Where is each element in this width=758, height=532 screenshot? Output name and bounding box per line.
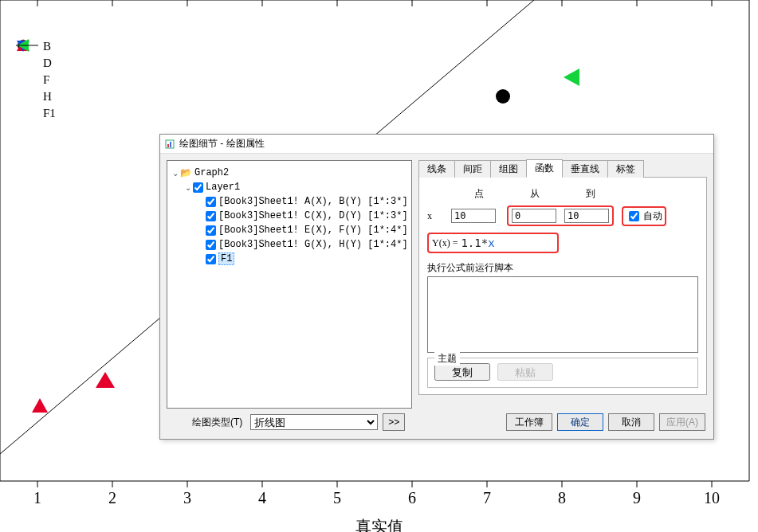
legend-label: D bbox=[43, 57, 52, 70]
tab-spacing[interactable]: 间距 bbox=[454, 160, 491, 178]
legend-label: F bbox=[43, 73, 49, 87]
legend-item: H bbox=[16, 88, 56, 105]
tree-checkbox[interactable] bbox=[193, 182, 203, 193]
auto-label: 自动 bbox=[643, 209, 662, 223]
tab-dropline[interactable]: 垂直线 bbox=[562, 160, 608, 178]
tree-item[interactable]: [Book3]Sheet1! E(X), F(Y) [1*:4*] bbox=[171, 223, 408, 237]
cancel-button[interactable]: 取消 bbox=[608, 413, 654, 431]
col-header-point: 点 bbox=[451, 187, 507, 201]
plot-type-select[interactable]: 折线图 bbox=[250, 414, 378, 430]
legend-label: H bbox=[43, 90, 52, 104]
svg-marker-28 bbox=[564, 68, 579, 86]
tab-function[interactable]: 函数 bbox=[526, 159, 563, 178]
app-icon bbox=[165, 139, 175, 149]
tree-root[interactable]: ⌄ 📂 Graph2 bbox=[171, 166, 408, 180]
ok-button[interactable]: 确定 bbox=[557, 413, 603, 431]
from-input[interactable] bbox=[512, 209, 556, 223]
tab-bar: 线条 间距 组图 函数 垂直线 标签 bbox=[418, 160, 707, 178]
tree-checkbox[interactable] bbox=[206, 240, 216, 250]
tab-content-function: 点 从 到 x 自动 bbox=[418, 178, 707, 395]
svg-marker-26 bbox=[96, 372, 115, 388]
copy-button[interactable]: 复制 bbox=[434, 363, 490, 381]
dialog-title: 绘图细节 - 绘图属性 bbox=[179, 137, 265, 151]
paste-button[interactable]: 粘贴 bbox=[497, 363, 553, 381]
legend-item: F bbox=[16, 72, 56, 88]
legend: B D F H F1 bbox=[16, 38, 56, 122]
svg-marker-25 bbox=[32, 398, 48, 413]
dialog-footer: 绘图类型(T) 折线图 >> 工作簿 确定 取消 应用(A) bbox=[160, 409, 713, 439]
plot-type-label: 绘图类型(T) bbox=[192, 416, 242, 429]
workbook-button[interactable]: 工作簿 bbox=[506, 413, 552, 431]
tab-label[interactable]: 标签 bbox=[607, 160, 644, 178]
dialog-titlebar[interactable]: 绘图细节 - 绘图属性 bbox=[160, 135, 713, 154]
theme-group-label: 主题 bbox=[434, 352, 460, 366]
script-label: 执行公式前运行脚本 bbox=[427, 261, 698, 275]
legend-label: B bbox=[43, 40, 51, 53]
object-tree[interactable]: ⌄ 📂 Graph2 ⌄ Layer1 [Book3]Sheet1! A(X),… bbox=[167, 160, 412, 409]
plot-details-dialog: 绘图细节 - 绘图属性 ⌄ 📂 Graph2 ⌄ Layer1 bbox=[159, 134, 714, 440]
tree-item-selected[interactable]: F1 bbox=[171, 252, 408, 266]
function-expression[interactable]: 1.1*x bbox=[461, 237, 494, 249]
col-header-to: 到 bbox=[563, 187, 619, 201]
svg-rect-35 bbox=[167, 144, 169, 147]
tree-item[interactable]: [Book3]Sheet1! A(X), B(Y) [1*:3*] bbox=[171, 194, 408, 209]
col-header-from: 从 bbox=[507, 187, 563, 201]
tree-checkbox[interactable] bbox=[206, 197, 216, 207]
tree-item[interactable]: [Book3]Sheet1! G(X), H(Y) [1*:4*] bbox=[171, 237, 408, 252]
x-axis-title: 真实值 bbox=[0, 516, 758, 532]
auto-checkbox[interactable] bbox=[629, 211, 639, 221]
theme-group: 主题 复制 粘贴 bbox=[427, 358, 698, 388]
tab-line[interactable]: 线条 bbox=[418, 160, 455, 178]
legend-item: D bbox=[16, 55, 56, 72]
tree-item[interactable]: [Book3]Sheet1! C(X), D(Y) [1*:3*] bbox=[171, 209, 408, 223]
x-row-label: x bbox=[427, 210, 451, 222]
tab-group[interactable]: 组图 bbox=[490, 160, 527, 178]
tree-layer[interactable]: ⌄ Layer1 bbox=[171, 180, 408, 194]
apply-button[interactable]: 应用(A) bbox=[659, 413, 705, 431]
legend-label: F1 bbox=[43, 107, 56, 120]
more-button[interactable]: >> bbox=[383, 413, 405, 431]
tree-checkbox[interactable] bbox=[206, 211, 216, 221]
tree-checkbox[interactable] bbox=[206, 225, 216, 236]
yx-label: Y(x) = bbox=[432, 237, 458, 249]
legend-item: F1 bbox=[16, 105, 56, 122]
script-textarea[interactable] bbox=[427, 276, 698, 353]
to-input[interactable] bbox=[564, 209, 609, 223]
points-input[interactable] bbox=[451, 209, 496, 223]
tree-checkbox[interactable] bbox=[206, 254, 216, 264]
svg-rect-36 bbox=[170, 142, 171, 147]
svg-point-27 bbox=[496, 89, 510, 104]
